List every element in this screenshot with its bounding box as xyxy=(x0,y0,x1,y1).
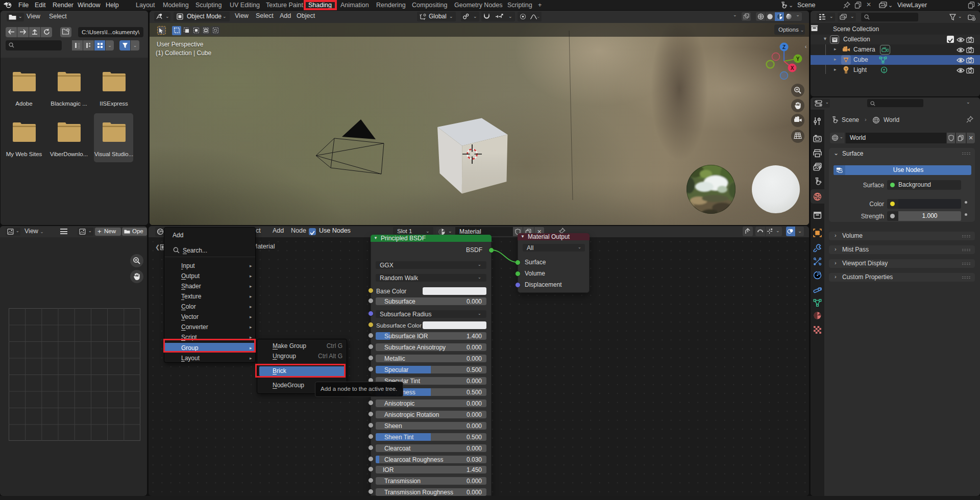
svg-text:Z: Z xyxy=(782,44,786,50)
svg-text:Y: Y xyxy=(796,56,800,62)
svg-text:X: X xyxy=(791,65,794,71)
